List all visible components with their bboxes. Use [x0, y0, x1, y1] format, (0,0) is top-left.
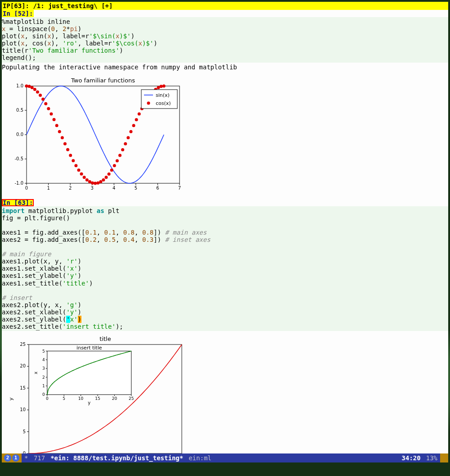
buffer-content[interactable]: In [52]: %matplotlib inline x = linspace…	[2, 10, 448, 462]
svg-point-48	[80, 172, 83, 175]
svg-point-58	[108, 172, 111, 175]
svg-text:15: 15	[95, 396, 100, 401]
svg-point-64	[124, 142, 127, 145]
svg-text:25: 25	[129, 396, 134, 401]
svg-point-57	[105, 176, 108, 179]
svg-point-66	[129, 130, 132, 133]
svg-text:0.5: 0.5	[16, 108, 23, 113]
scroll-percent: 13%	[423, 453, 440, 462]
svg-text:0: 0	[42, 392, 45, 397]
major-mode: ein:ml	[186, 453, 214, 462]
svg-point-29	[28, 85, 31, 88]
code-block-2[interactable]: import matplotlib.pyplot as plt fig = pl…	[2, 206, 448, 331]
cell-2: In [63]: import matplotlib.pyplot as plt…	[2, 199, 448, 462]
svg-rect-112	[47, 351, 131, 395]
svg-point-33	[39, 94, 42, 97]
svg-text:title: title	[99, 335, 111, 342]
cell-prompt-1: In [52]:	[2, 10, 34, 17]
svg-point-54	[96, 181, 99, 184]
svg-text:sin(x): sin(x)	[156, 92, 170, 98]
svg-text:10: 10	[20, 407, 26, 412]
svg-text:7: 7	[178, 186, 181, 190]
svg-text:x: x	[33, 372, 38, 374]
svg-text:5: 5	[135, 186, 137, 190]
win-index-a: 2	[4, 454, 11, 462]
cursor-position: 34:20	[399, 453, 423, 462]
svg-point-40	[58, 130, 61, 133]
svg-text:1.0: 1.0	[16, 83, 23, 88]
plot-output-2: titlexy0123450510152025insert titleyx051…	[2, 331, 448, 462]
svg-point-82	[147, 101, 150, 104]
plot-output-1: Two familiar functions01234567-1.0-0.50.…	[2, 72, 448, 199]
svg-point-37	[50, 112, 53, 115]
svg-point-68	[135, 118, 138, 121]
svg-text:15: 15	[20, 385, 26, 390]
svg-point-60	[113, 164, 116, 167]
svg-point-65	[126, 136, 130, 139]
svg-point-78	[162, 84, 166, 87]
modeline-end-cap	[440, 453, 448, 462]
chart-two-familiar-functions: Two familiar functions01234567-1.0-0.50.…	[6, 76, 182, 193]
svg-text:2: 2	[42, 375, 45, 380]
svg-text:0: 0	[25, 186, 28, 190]
code-block-1[interactable]: %matplotlib inline x = linspace(0, 2*pi)…	[2, 17, 448, 63]
svg-point-35	[44, 102, 47, 105]
svg-text:20: 20	[20, 364, 26, 369]
svg-text:4: 4	[42, 358, 45, 362]
svg-point-41	[61, 136, 64, 139]
svg-text:2: 2	[69, 186, 72, 190]
svg-text:4: 4	[112, 186, 115, 190]
svg-point-49	[83, 176, 86, 179]
cell-1: In [52]: %matplotlib inline x = linspace…	[2, 10, 448, 199]
svg-point-55	[99, 180, 102, 183]
output-text-1: Populating the interactive namespace fro…	[2, 63, 448, 72]
svg-point-61	[116, 159, 119, 162]
svg-text:Two familiar functions: Two familiar functions	[71, 77, 135, 84]
modeline-badge: 2 1	[2, 453, 22, 462]
svg-text:cos(x): cos(x)	[156, 100, 171, 106]
svg-point-42	[63, 142, 67, 145]
svg-point-36	[47, 107, 50, 110]
svg-text:1: 1	[47, 186, 50, 190]
chart-title-inset: titlexy0123450510152025insert titleyx051…	[6, 335, 186, 462]
svg-text:-1.0: -1.0	[14, 181, 23, 186]
modeline: 2 1 * 717 *ein: 8888/test.ipynb/just_tes…	[2, 453, 448, 462]
svg-point-38	[53, 118, 56, 121]
svg-text:3: 3	[42, 366, 45, 371]
svg-point-31	[33, 88, 36, 91]
svg-point-53	[94, 181, 97, 185]
svg-point-46	[74, 164, 77, 167]
svg-point-34	[41, 97, 45, 100]
svg-text:5: 5	[63, 396, 65, 401]
cell-prompt-2: In [63]:	[2, 199, 34, 206]
win-index-b: 1	[12, 454, 19, 462]
svg-text:25: 25	[20, 342, 26, 347]
svg-point-77	[160, 85, 163, 88]
svg-text:5: 5	[23, 429, 26, 434]
emacs-frame: IP[63]: /1: just_testing\ [+] In [52]: %…	[2, 2, 448, 462]
svg-text:y: y	[8, 397, 14, 400]
svg-text:-0.5: -0.5	[14, 156, 23, 161]
svg-point-76	[157, 86, 160, 89]
svg-text:0.0: 0.0	[16, 132, 23, 137]
svg-text:20: 20	[112, 396, 117, 401]
window-titlebar[interactable]: IP[63]: /1: just_testing\ [+]	[2, 2, 448, 10]
svg-point-62	[118, 154, 122, 157]
svg-point-56	[102, 178, 105, 181]
svg-point-69	[138, 112, 141, 115]
svg-text:10: 10	[78, 396, 84, 401]
svg-point-59	[110, 168, 113, 172]
svg-point-28	[25, 84, 28, 87]
svg-point-51	[88, 180, 91, 183]
svg-text:0: 0	[46, 396, 49, 401]
modified-flag: * 717	[22, 453, 48, 462]
svg-point-50	[86, 178, 89, 181]
svg-text:3: 3	[91, 186, 94, 190]
svg-point-30	[31, 86, 34, 89]
svg-point-52	[91, 181, 94, 184]
svg-point-47	[77, 168, 80, 172]
svg-text:1: 1	[42, 384, 45, 388]
svg-point-44	[69, 154, 72, 157]
buffer-name[interactable]: *ein: 8888/test.ipynb/just_testing*	[48, 453, 186, 462]
svg-point-32	[36, 90, 39, 93]
